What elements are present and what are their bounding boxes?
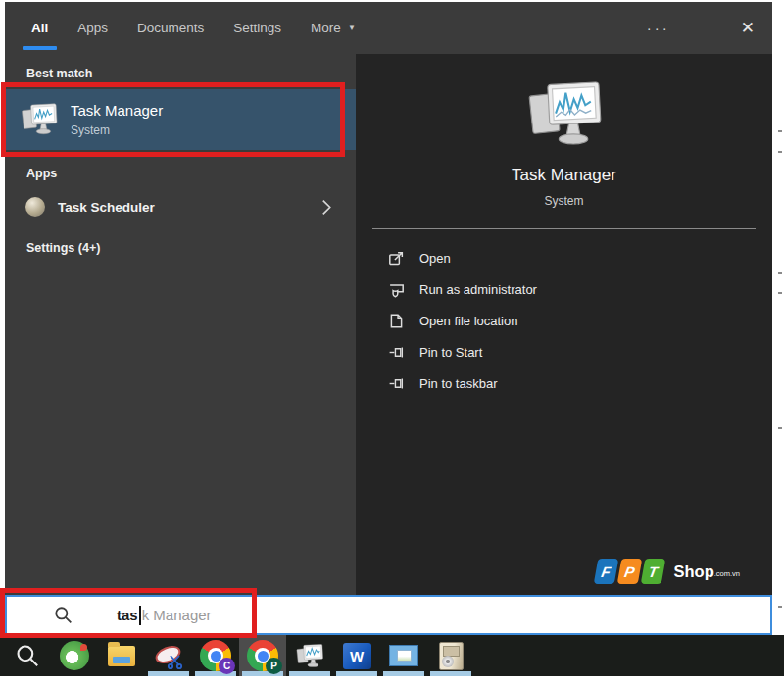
taskbar: C P W: [0, 635, 784, 676]
chevron-down-icon: ▼: [348, 24, 356, 32]
close-icon[interactable]: ✕: [741, 20, 755, 36]
taskbar-chrome-profile-c[interactable]: C: [192, 635, 239, 676]
pin-icon: [388, 375, 405, 392]
search-flyout: All Apps Documents Settings More ▼ ··· ✕…: [5, 2, 772, 635]
search-autocomplete-text: k Manager: [142, 607, 212, 623]
action-pin-to-taskbar-label: Pin to taskbar: [419, 376, 498, 391]
profile-badge: P: [266, 658, 282, 674]
action-list: Open Run as administrator: [356, 242, 772, 399]
result-task-scheduler[interactable]: Task Scheduler: [5, 191, 356, 222]
tab-documents-label: Documents: [137, 21, 204, 35]
tab-apps-label: Apps: [77, 21, 108, 35]
file-explorer-icon: [108, 646, 135, 666]
action-open[interactable]: Open: [356, 242, 772, 273]
cropped-text-artifact: [778, 292, 782, 294]
preview-pane: Task Manager System Open: [356, 54, 772, 635]
more-options-icon[interactable]: ···: [647, 20, 670, 36]
tab-settings-label: Settings: [233, 21, 281, 35]
action-run-as-administrator-label: Run as administrator: [419, 282, 537, 297]
action-open-file-location-label: Open file location: [419, 314, 517, 328]
chevron-right-icon: [321, 199, 332, 216]
cropped-text-artifact: [778, 151, 782, 153]
tab-documents[interactable]: Documents: [137, 2, 204, 54]
cropped-text-artifact: [778, 130, 782, 132]
cropped-text-artifact: [778, 272, 782, 274]
fpt-shop-logo: F P T Shop .com.vn: [596, 559, 740, 584]
task-scheduler-icon: [25, 197, 45, 217]
tab-more-label: More: [311, 21, 341, 35]
run-as-administrator-icon: [388, 281, 405, 298]
photo-viewer-icon: [389, 645, 418, 666]
tab-all[interactable]: All: [31, 2, 48, 54]
fpt-letter-t: T: [641, 559, 666, 584]
tab-all-label: All: [31, 21, 48, 35]
open-file-location-icon: [388, 313, 405, 329]
search-icon: [54, 606, 73, 624]
result-task-manager[interactable]: Task Manager System: [5, 89, 356, 150]
action-open-label: Open: [419, 251, 451, 266]
fpt-letter-p: P: [617, 559, 643, 584]
profile-badge: C: [219, 658, 235, 674]
preview-subtitle: System: [544, 194, 583, 208]
task-manager-icon: [524, 81, 605, 148]
word-icon: W: [343, 643, 371, 669]
installer-icon: [439, 642, 464, 670]
settings-section-header: Settings (4+): [5, 241, 356, 255]
result-task-scheduler-label: Task Scheduler: [58, 200, 321, 215]
fpt-domain-text: .com.vn: [714, 569, 740, 578]
tab-settings[interactable]: Settings: [233, 2, 281, 54]
cropped-text-artifact: [778, 606, 782, 608]
search-icon: [16, 644, 39, 667]
taskbar-word[interactable]: W: [333, 635, 380, 676]
taskbar-chrome-profile-p[interactable]: P: [239, 635, 286, 676]
task-manager-icon: [20, 103, 59, 136]
apps-section-header: Apps: [5, 167, 356, 180]
open-icon: [388, 250, 405, 267]
action-pin-to-start-label: Pin to Start: [419, 345, 482, 360]
taskbar-photo-viewer[interactable]: [380, 635, 427, 676]
result-subtitle: System: [71, 123, 163, 137]
result-title: Task Manager: [71, 102, 163, 119]
action-pin-to-start[interactable]: Pin to Start: [356, 336, 772, 368]
chrome-profile-icon: C: [200, 640, 231, 671]
search-typed-text: tas: [117, 607, 138, 623]
best-match-header: Best match: [5, 67, 356, 80]
tab-more[interactable]: More ▼: [311, 2, 356, 54]
action-run-as-administrator[interactable]: Run as administrator: [356, 273, 772, 305]
taskbar-task-manager[interactable]: [286, 635, 333, 676]
action-pin-to-taskbar[interactable]: Pin to taskbar: [356, 368, 772, 399]
preview-title: Task Manager: [512, 166, 616, 185]
taskbar-file-explorer[interactable]: [98, 635, 145, 676]
taskbar-installer[interactable]: [427, 635, 474, 676]
action-open-file-location[interactable]: Open file location: [356, 305, 772, 336]
cropped-text-artifact: [778, 427, 782, 429]
task-manager-icon: [295, 644, 324, 668]
search-filter-tabbar: All Apps Documents Settings More ▼ ··· ✕: [5, 2, 772, 54]
search-input[interactable]: tas k Manager: [5, 595, 772, 635]
taskbar-search-button[interactable]: [4, 635, 51, 676]
chrome-profile-icon: P: [247, 640, 278, 671]
tab-apps[interactable]: Apps: [77, 2, 108, 54]
snipping-tool-icon: [153, 641, 184, 670]
fpt-shop-text: Shop: [673, 563, 713, 581]
taskbar-snipping-tool[interactable]: [145, 635, 192, 676]
coccoc-browser-icon: [60, 641, 89, 670]
taskbar-coccoc-browser[interactable]: [51, 635, 98, 676]
pin-icon: [388, 344, 405, 361]
divider: [372, 228, 756, 229]
search-results-pane: Best match Task Manager System: [5, 54, 356, 635]
text-caret: [139, 606, 141, 625]
fpt-letter-f: F: [594, 559, 619, 584]
